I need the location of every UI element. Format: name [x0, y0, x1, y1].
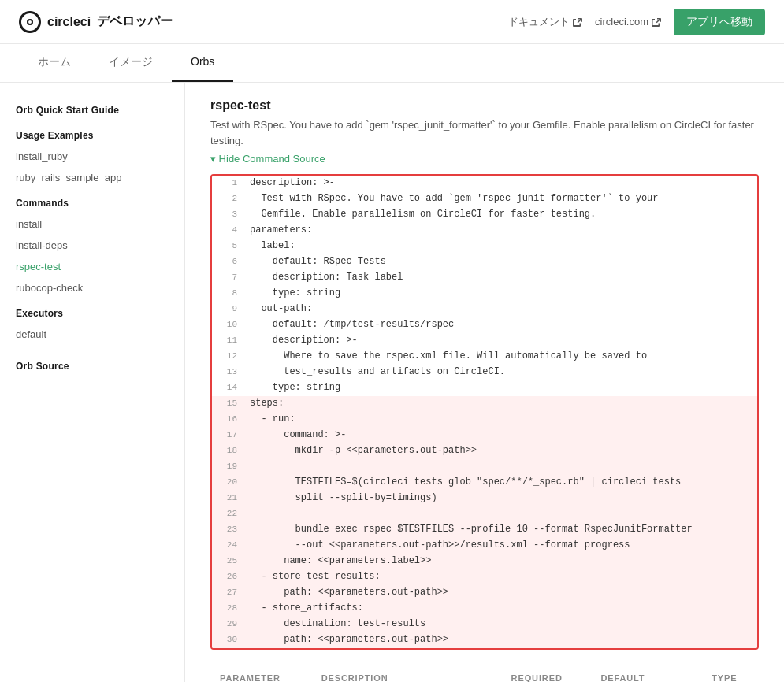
line-number: 2 — [212, 191, 243, 207]
logo-brand: circleci — [47, 15, 91, 29]
line-number: 23 — [212, 522, 243, 538]
line-number: 10 — [212, 317, 243, 333]
table-row: 2 Test with RSpec. You have to add `gem … — [212, 191, 757, 207]
params-table: PARAMETER DESCRIPTION REQUIRED DEFAULT T… — [210, 665, 759, 682]
line-code: type: string — [243, 380, 347, 396]
line-number: 14 — [212, 380, 243, 396]
table-row: 9 out-path: — [212, 302, 757, 317]
line-code: bundle exec rspec $TESTFILES --profile 1… — [243, 522, 699, 538]
line-number: 11 — [212, 333, 243, 349]
line-number: 16 — [212, 412, 243, 428]
line-code: description: Task label — [243, 270, 409, 286]
line-code: --out <<parameters.out-path>>/results.xm… — [243, 538, 636, 554]
nav-tabs: ホーム イメージ Orbs — [0, 44, 784, 83]
line-code — [243, 506, 256, 522]
table-row: 7 description: Task label — [212, 270, 757, 286]
table-row: 22 — [212, 506, 757, 522]
sidebar-item-rubocop-check[interactable]: rubocop-check — [0, 277, 184, 298]
line-number: 6 — [212, 254, 243, 270]
sidebar-quick-start[interactable]: Orb Quick Start Guide — [0, 95, 184, 120]
line-code: label: — [243, 239, 302, 254]
line-number: 24 — [212, 538, 243, 554]
main-content: rspec-test Test with RSpec. You have to … — [185, 83, 784, 682]
app-button[interactable]: アプリへ移動 — [674, 9, 765, 35]
sidebar-executors-title: Executors — [0, 298, 184, 324]
tab-home[interactable]: ホーム — [19, 44, 90, 82]
table-row: 3 Gemfile. Enable parallelism on CircleC… — [212, 207, 757, 223]
line-number: 18 — [212, 443, 243, 459]
line-number: 8 — [212, 286, 243, 302]
col-default: DEFAULT — [591, 665, 702, 682]
line-number: 25 — [212, 554, 243, 569]
table-row: 14 type: string — [212, 380, 757, 396]
line-code: steps: — [243, 396, 290, 412]
table-header-row: PARAMETER DESCRIPTION REQUIRED DEFAULT T… — [210, 665, 759, 682]
line-number: 28 — [212, 601, 243, 617]
line-number: 22 — [212, 506, 243, 522]
line-code: test_results and artifacts on CircleCI. — [243, 365, 511, 380]
line-number: 19 — [212, 459, 243, 475]
sidebar-orb-source[interactable]: Orb Source — [0, 345, 184, 376]
code-block: 1description: >-2 Test with RSpec. You h… — [210, 174, 759, 650]
table-row: 10 default: /tmp/test-results/rspec — [212, 317, 757, 333]
layout: Orb Quick Start Guide Usage Examples ins… — [0, 83, 784, 682]
docs-link[interactable]: ドキュメント — [508, 15, 582, 29]
table-row: 24 --out <<parameters.out-path>>/results… — [212, 538, 757, 554]
line-number: 21 — [212, 491, 243, 506]
table-row: 5 label: — [212, 239, 757, 254]
table-row: 25 name: <<parameters.label>> — [212, 554, 757, 569]
table-row: 29 destination: test-results — [212, 617, 757, 632]
line-code: description: >- — [243, 176, 341, 191]
line-code: out-path: — [243, 302, 318, 317]
tab-orbs[interactable]: Orbs — [172, 44, 233, 82]
logo-subtitle: デベロッパー — [97, 13, 173, 30]
line-code: mkdir -p <<parameters.out-path>> — [243, 443, 483, 459]
table-row: 12 Where to save the rspec.xml file. Wil… — [212, 349, 757, 365]
table-row: 20 TESTFILES=$(circleci tests glob "spec… — [212, 475, 757, 491]
table-row: 1description: >- — [212, 176, 757, 191]
header: circleci デベロッパー ドキュメント circleci.com アプリへ… — [0, 0, 784, 44]
table-row: 11 description: >- — [212, 333, 757, 349]
site-link[interactable]: circleci.com — [595, 16, 661, 28]
table-row: 27 path: <<parameters.out-path>> — [212, 585, 757, 601]
table-row: 21 split --split-by=timings) — [212, 491, 757, 506]
line-code: default: /tmp/test-results/rspec — [243, 317, 460, 333]
line-code: default: RSpec Tests — [243, 254, 392, 270]
line-number: 7 — [212, 270, 243, 286]
logo-icon — [19, 11, 41, 33]
table-row: 15steps: — [212, 396, 757, 412]
line-code: type: string — [243, 286, 347, 302]
line-number: 1 — [212, 176, 243, 191]
table-row: 16 - run: — [212, 412, 757, 428]
line-code: path: <<parameters.out-path>> — [243, 585, 455, 601]
sidebar-item-ruby-rails[interactable]: ruby_rails_sample_app — [0, 167, 184, 188]
sidebar: Orb Quick Start Guide Usage Examples ins… — [0, 83, 185, 682]
tab-images[interactable]: イメージ — [90, 44, 172, 82]
line-number: 9 — [212, 302, 243, 317]
line-number: 12 — [212, 349, 243, 365]
sidebar-item-install[interactable]: install — [0, 213, 184, 235]
col-parameter: PARAMETER — [210, 665, 312, 682]
table-row: 26 - store_test_results: — [212, 569, 757, 585]
table-row: 30 path: <<parameters.out-path>> — [212, 632, 757, 648]
line-number: 29 — [212, 617, 243, 632]
table-row: 13 test_results and artifacts on CircleC… — [212, 365, 757, 380]
line-code: - store_artifacts: — [243, 601, 370, 617]
line-code: TESTFILES=$(circleci tests glob "spec/**… — [243, 475, 687, 491]
line-number: 27 — [212, 585, 243, 601]
sidebar-item-install-ruby[interactable]: install_ruby — [0, 146, 184, 167]
sidebar-item-default[interactable]: default — [0, 324, 184, 345]
line-number: 20 — [212, 475, 243, 491]
sidebar-item-install-deps[interactable]: install-deps — [0, 235, 184, 256]
line-number: 13 — [212, 365, 243, 380]
table-row: 17 command: >- — [212, 428, 757, 443]
logo: circleci デベロッパー — [19, 11, 173, 33]
line-code: Where to save the rspec.xml file. Will a… — [243, 349, 653, 365]
hide-source-link[interactable]: ▾ Hide Command Source — [210, 153, 759, 165]
line-code: parameters: — [243, 223, 318, 239]
line-code: - store_test_results: — [243, 569, 387, 585]
line-code: destination: test-results — [243, 617, 432, 632]
section-desc: Test with RSpec. You have to add `gem 'r… — [210, 117, 759, 148]
sidebar-item-rspec-test[interactable]: rspec-test — [0, 256, 184, 277]
line-number: 5 — [212, 239, 243, 254]
